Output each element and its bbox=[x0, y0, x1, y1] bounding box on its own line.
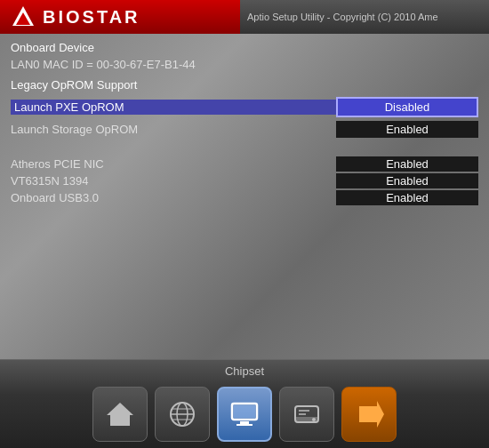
vt6315-label: VT6315N 1394 bbox=[11, 174, 336, 188]
usb3-value: Enabled bbox=[336, 190, 478, 205]
settings-area: Launch PXE OpROM Disabled Launch Storage… bbox=[11, 95, 478, 140]
svg-marker-18 bbox=[359, 401, 384, 428]
subtitle-text: Aptio Setup Utility - Copyright (C) 2010… bbox=[247, 12, 438, 22]
monitor-icon bbox=[228, 397, 261, 431]
vt6315-value: Enabled bbox=[336, 173, 478, 188]
atheros-row[interactable]: Atheros PCIE NIC Enabled bbox=[11, 156, 478, 172]
chipset-label: Chipset bbox=[225, 359, 264, 381]
pxe-oprom-value: Disabled bbox=[336, 97, 478, 117]
drive-icon bbox=[290, 397, 324, 431]
nav-icon-globe[interactable] bbox=[155, 387, 210, 442]
legacy-oprom-label: Legacy OpROM Support bbox=[11, 78, 478, 92]
nav-icon-arrow[interactable] bbox=[341, 387, 397, 442]
pxe-oprom-row[interactable]: Launch PXE OpROM Disabled bbox=[11, 95, 478, 119]
vt6315-row[interactable]: VT6315N 1394 Enabled bbox=[11, 172, 478, 189]
nav-icons bbox=[92, 381, 397, 447]
section-title: Onboard Device bbox=[11, 41, 478, 54]
bios-screen: BIOSTAR Aptio Setup Utility - Copyright … bbox=[0, 0, 489, 448]
arrow-icon bbox=[352, 397, 386, 431]
storage-oprom-value: Enabled bbox=[336, 121, 478, 138]
usb3-label: Onboard USB3.0 bbox=[11, 191, 336, 204]
header-subtitle: Aptio Setup Utility - Copyright (C) 2010… bbox=[240, 0, 489, 34]
logo-area: BIOSTAR bbox=[11, 4, 140, 29]
nav-icon-drive[interactable] bbox=[279, 387, 334, 442]
storage-oprom-label: Launch Storage OpROM bbox=[11, 123, 336, 136]
svg-point-15 bbox=[312, 418, 316, 421]
main-content: Onboard Device LAN0 MAC ID = 00-30-67-E7… bbox=[0, 34, 489, 359]
globe-icon bbox=[165, 397, 199, 431]
header-bar: BIOSTAR Aptio Setup Utility - Copyright … bbox=[0, 0, 489, 34]
device-rows: Atheros PCIE NIC Enabled VT6315N 1394 En… bbox=[11, 147, 478, 206]
atheros-value: Enabled bbox=[336, 156, 478, 172]
storage-oprom-row[interactable]: Launch Storage OpROM Enabled bbox=[11, 119, 478, 140]
svg-rect-12 bbox=[234, 405, 255, 418]
svg-rect-3 bbox=[116, 419, 124, 426]
logo-text: BIOSTAR bbox=[43, 7, 140, 28]
nav-icon-home[interactable] bbox=[92, 387, 148, 442]
atheros-label: Atheros PCIE NIC bbox=[11, 157, 336, 171]
nav-icon-monitor[interactable] bbox=[217, 387, 272, 442]
usb3-row[interactable]: Onboard USB3.0 Enabled bbox=[11, 189, 478, 206]
mac-info: LAN0 MAC ID = 00-30-67-E7-B1-44 bbox=[11, 58, 478, 71]
pxe-oprom-label: Launch PXE OpROM bbox=[11, 100, 336, 115]
home-icon bbox=[103, 397, 137, 431]
logo-icon bbox=[11, 4, 36, 29]
bottom-nav: Chipset bbox=[0, 359, 489, 448]
